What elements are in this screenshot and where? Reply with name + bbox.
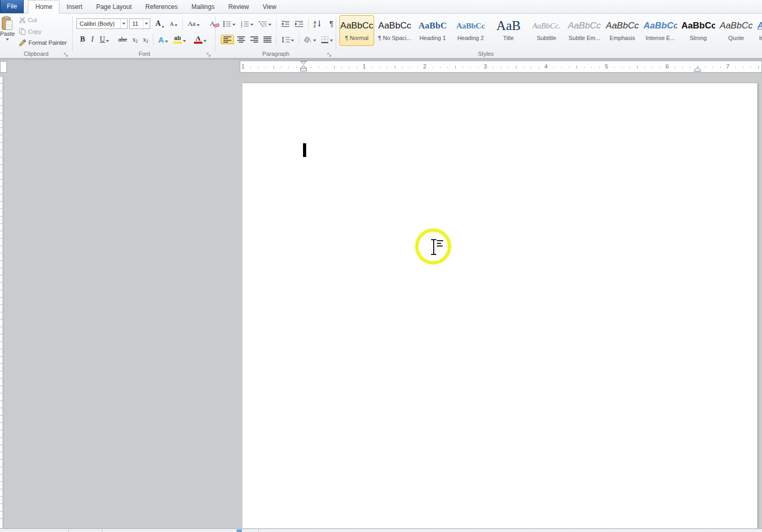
sort-button[interactable]: A Z (311, 19, 324, 28)
chevron-down-icon (268, 24, 271, 26)
font-color-glyph: A (196, 35, 200, 41)
style-no-spaci[interactable]: AaBbCc¶ No Spaci... (377, 15, 412, 46)
borders-button[interactable] (319, 35, 335, 44)
subscript-button[interactable]: x2 (130, 35, 140, 45)
ruler-tick (281, 67, 281, 68)
format-painter-button[interactable]: Format Painter (19, 39, 67, 46)
strikethrough-button[interactable]: abe (116, 35, 129, 45)
bullets-button[interactable] (221, 19, 238, 28)
tab-file[interactable]: File (0, 0, 24, 13)
ruler-tick (1, 297, 2, 298)
ruler-tick (637, 66, 638, 68)
clipboard-dialog-launcher[interactable] (64, 51, 70, 56)
style-subtitle[interactable]: AaBbCc.Subtitle (529, 15, 564, 46)
chevron-down-icon (232, 24, 236, 26)
style-subtle-em[interactable]: AaBbCcSubtle Em... (567, 15, 602, 46)
show-hide-marks-button[interactable]: ¶ (327, 18, 336, 29)
font-size-combobox[interactable]: 11 (129, 18, 150, 29)
justify-button[interactable] (261, 35, 273, 44)
ruler-tick (455, 66, 456, 68)
tab-mailings[interactable]: Mailings (184, 1, 221, 13)
highlight-glyph: ab (174, 35, 181, 41)
grow-font-button[interactable]: A ▲ (153, 18, 167, 29)
justify-icon (263, 36, 271, 43)
tab-home[interactable]: Home (28, 0, 60, 14)
align-right-button[interactable] (248, 35, 260, 44)
ruler-tick (319, 67, 319, 68)
style-intense-q[interactable]: AaBbCcIntense Q... (757, 15, 762, 46)
tab-references[interactable]: References (139, 1, 184, 13)
style-heading-1[interactable]: AaBbCHeading 1 (415, 15, 450, 46)
copy-button[interactable]: Copy (19, 28, 42, 35)
font-dialog-launcher[interactable] (207, 51, 212, 56)
style-intense-e[interactable]: AaBbCcIntense E... (643, 15, 678, 46)
style-normal[interactable]: AaBbCc¶ Normal (339, 15, 374, 46)
paragraph-dialog-launcher[interactable] (327, 51, 333, 56)
horizontal-ruler[interactable]: 11234567 (240, 61, 762, 73)
style-strong[interactable]: AaBbCcStrong (681, 15, 716, 46)
font-name-combobox[interactable]: Calibri (Body) (76, 18, 128, 29)
dialog-launcher-icon (327, 53, 333, 58)
ruler-tick (501, 67, 501, 68)
change-case-glyph: Aa (188, 19, 196, 28)
document-page[interactable] (242, 83, 757, 532)
ruler-tick (470, 67, 471, 68)
tab-page-layout[interactable]: Page Layout (89, 1, 138, 13)
text-effects-button[interactable]: A (156, 34, 170, 45)
ruler-tick (1, 209, 2, 209)
divider (276, 34, 277, 45)
ruler-tick (349, 67, 349, 68)
style-title[interactable]: AaBTitle (491, 15, 526, 46)
chevron-down-icon (203, 40, 207, 42)
ruler-tick (1, 231, 2, 231)
font-color-button[interactable]: A (192, 34, 209, 45)
style-heading-2[interactable]: AaBbCcHeading 2 (453, 15, 488, 46)
ruler-number: 1 (363, 63, 366, 70)
ruler-tick (1, 363, 2, 364)
tab-view[interactable]: View (256, 1, 284, 13)
style-preview: AaBbCc (568, 17, 601, 35)
ruler-tick (1, 113, 2, 113)
chevron-down-icon (122, 23, 125, 25)
ruler-number: 2 (423, 63, 426, 70)
numbering-button[interactable]: 1 2 3 (239, 19, 256, 28)
font-name-dropdown[interactable] (120, 19, 127, 28)
style-preview: AaB (492, 17, 525, 35)
line-spacing-button[interactable] (279, 35, 296, 44)
style-label: Subtle Em... (568, 35, 601, 41)
underline-button[interactable]: U (97, 34, 111, 45)
ruler-tick (1, 268, 2, 268)
ruler-tick (463, 67, 463, 68)
ruler-tick (1, 504, 2, 504)
text-cursor (303, 143, 306, 157)
cut-button[interactable]: Cut (19, 17, 37, 23)
tab-review[interactable]: Review (221, 1, 256, 13)
multilevel-list-button[interactable] (257, 19, 273, 28)
decrease-indent-button[interactable] (279, 19, 292, 28)
style-emphasis[interactable]: AaBbCcEmphasis (605, 15, 640, 46)
font-size-value: 11 (132, 21, 138, 27)
ruler-tick (1, 378, 2, 379)
font-size-dropdown[interactable] (143, 19, 150, 28)
ruler-tick (296, 67, 297, 68)
superscript-button[interactable]: x2 (141, 35, 150, 45)
increase-indent-button[interactable] (293, 19, 306, 28)
ruler-number: 7 (726, 63, 729, 70)
divider (182, 18, 183, 29)
align-left-button[interactable] (221, 35, 234, 44)
ruler-tick (493, 67, 493, 68)
style-quote[interactable]: AaBbCcQuote (719, 15, 754, 46)
tab-insert[interactable]: Insert (60, 1, 89, 13)
shrink-font-button[interactable]: A ▼ (168, 19, 180, 28)
chevron-down-icon (165, 41, 168, 43)
change-case-button[interactable]: Aa (185, 18, 202, 29)
shading-button[interactable] (302, 35, 318, 44)
align-center-button[interactable] (235, 35, 247, 44)
chevron-down-icon (330, 40, 333, 42)
highlight-button[interactable]: ab (171, 34, 188, 45)
italic-button[interactable]: I (88, 34, 96, 45)
ruler-tick (1, 386, 2, 386)
bold-button[interactable]: B (78, 34, 87, 45)
indent-marker[interactable] (300, 61, 307, 72)
paste-button[interactable]: Paste (0, 16, 21, 51)
